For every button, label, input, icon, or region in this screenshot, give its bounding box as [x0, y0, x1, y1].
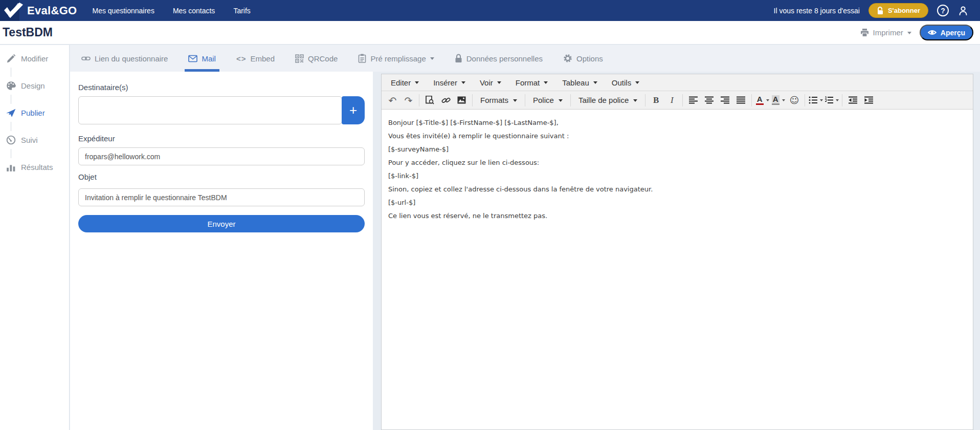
chevron-down-icon: [593, 81, 597, 86]
align-left-button[interactable]: [685, 93, 701, 107]
align-justify-icon: [737, 96, 745, 104]
align-center-button[interactable]: [701, 93, 717, 107]
add-recipient-button[interactable]: +: [342, 96, 365, 124]
emoticon-button[interactable]: ☺: [786, 93, 802, 107]
lock-icon: [455, 54, 462, 63]
email-body-editable[interactable]: Bonjour [$-Title-$] [$-FirstName-$] [$-L…: [382, 111, 972, 429]
email-editor: Editer Insérer Voir Format Tableau Outil…: [381, 74, 973, 430]
menu-item-contacts[interactable]: Mes contacts: [173, 7, 215, 15]
align-center-icon: [705, 96, 714, 104]
chevron-down-icon: [544, 81, 548, 86]
tab-lien-du-questionnaire[interactable]: Lien du questionnaire: [81, 45, 168, 72]
tab-pre-remplissage[interactable]: Pré remplissage: [358, 45, 434, 72]
email-body-line: [$-url-$]: [388, 199, 966, 206]
pencil-icon: [6, 54, 16, 63]
publish-tabbar: Lien du questionnaire Mail <> Embed: [70, 45, 980, 72]
numbered-list-button[interactable]: [823, 93, 839, 107]
brand-name[interactable]: Eval&GO: [27, 4, 77, 17]
sidebar-item-label: Suivi: [21, 136, 38, 144]
email-body-line: [$-link-$]: [388, 172, 966, 180]
menu-outils[interactable]: Outils: [605, 74, 647, 91]
recipients-input[interactable]: [78, 96, 342, 124]
sidebar-item-label: Résultats: [21, 163, 53, 171]
tab-label: Lien du questionnaire: [95, 54, 168, 63]
indent-icon: [864, 96, 873, 104]
outdent-button[interactable]: [845, 93, 861, 107]
send-button[interactable]: Envoyer: [78, 215, 365, 232]
clipboard-icon: [358, 54, 366, 63]
insert-image-button[interactable]: [454, 93, 470, 107]
formats-dropdown[interactable]: Formats: [475, 93, 522, 107]
tab-options[interactable]: Options: [563, 45, 603, 72]
menu-format[interactable]: Format: [508, 74, 555, 91]
evalgo-logo[interactable]: [0, 0, 19, 21]
menu-inserer[interactable]: Insérer: [426, 74, 473, 91]
bold-button[interactable]: B: [648, 93, 664, 107]
email-body-line: [$-surveyName-$]: [388, 145, 966, 153]
chevron-down-icon: [836, 99, 839, 103]
user-account-icon[interactable]: [957, 5, 969, 16]
text-color-button[interactable]: A: [754, 93, 770, 107]
trial-days-text: Il vous reste 8 jours d'essai: [774, 7, 860, 15]
menu-label: Format: [516, 78, 540, 87]
print-label: Imprimer: [873, 28, 903, 37]
sidebar-item-resultats[interactable]: Résultats: [0, 154, 69, 181]
help-icon[interactable]: ?: [937, 5, 949, 16]
align-left-icon: [689, 96, 698, 104]
navbar-right: Il vous reste 8 jours d'essai S'abonner …: [774, 3, 980, 18]
preview-button[interactable]: Aperçu: [920, 25, 973, 40]
toolbar-separator: [645, 94, 645, 106]
background-color-button[interactable]: A: [770, 93, 786, 107]
tab-label: Embed: [251, 54, 275, 63]
outdent-icon: [849, 96, 857, 104]
subscribe-label: S'abonner: [888, 7, 920, 14]
undo-button[interactable]: ↶: [385, 93, 400, 107]
menu-item-tarifs[interactable]: Tarifs: [233, 7, 250, 15]
indent-button[interactable]: [861, 93, 877, 107]
subject-input[interactable]: [78, 188, 365, 206]
menu-editer[interactable]: Editer: [384, 74, 426, 91]
email-body-line: Vous êtes invité(e) à remplir le questio…: [388, 132, 966, 140]
italic-button[interactable]: I: [664, 93, 680, 107]
tab-donnees-personnelles[interactable]: Données personnelles: [455, 45, 543, 72]
lock-open-icon: [877, 7, 884, 15]
search-template-button[interactable]: [422, 93, 438, 107]
italic-icon: I: [671, 95, 674, 105]
sender-input[interactable]: [78, 147, 365, 165]
font-dropdown[interactable]: Police: [528, 93, 568, 107]
editor-menubar: Editer Insérer Voir Format Tableau Outil…: [382, 74, 973, 91]
redo-icon: ↷: [405, 95, 413, 106]
chevron-down-icon: [782, 99, 785, 103]
chevron-down-icon: [461, 81, 465, 86]
document-search-icon: [426, 96, 434, 104]
title-actions: Imprimer Aperçu: [860, 21, 973, 44]
subscribe-button[interactable]: S'abonner: [868, 3, 928, 18]
chevron-down-icon: [497, 81, 501, 86]
menu-tableau[interactable]: Tableau: [555, 74, 605, 91]
menu-voir[interactable]: Voir: [473, 74, 508, 91]
menu-label: Editer: [391, 78, 411, 87]
align-justify-button[interactable]: [733, 93, 749, 107]
align-right-button[interactable]: [717, 93, 733, 107]
tab-qrcode[interactable]: QRCode: [295, 45, 338, 72]
insert-link-button[interactable]: [438, 93, 454, 107]
bullet-list-icon: [809, 96, 817, 104]
toolbar-separator: [751, 94, 752, 106]
numbered-list-icon: [825, 96, 833, 104]
bullet-list-button[interactable]: [808, 93, 823, 107]
redo-button[interactable]: ↷: [400, 93, 416, 107]
title-bar: TestBDM Imprimer Aperçu: [0, 21, 980, 45]
image-icon: [457, 96, 466, 104]
tab-label: Données personnelles: [466, 54, 543, 63]
tab-mail[interactable]: Mail: [188, 45, 216, 72]
mail-form-panel: Destinataire(s) + Expéditeur Objet Envoy…: [70, 72, 373, 430]
printer-icon: [860, 29, 869, 37]
font-size-dropdown[interactable]: Taille de police: [573, 93, 642, 107]
menu-item-questionnaires[interactable]: Mes questionnaires: [92, 7, 154, 15]
tab-embed[interactable]: <> Embed: [236, 45, 275, 72]
code-icon: <>: [236, 54, 247, 63]
main-area: Lien du questionnaire Mail <> Embed: [70, 45, 980, 430]
print-button[interactable]: Imprimer: [860, 28, 911, 37]
preview-label: Aperçu: [941, 29, 965, 37]
tab-label: Mail: [202, 54, 216, 63]
